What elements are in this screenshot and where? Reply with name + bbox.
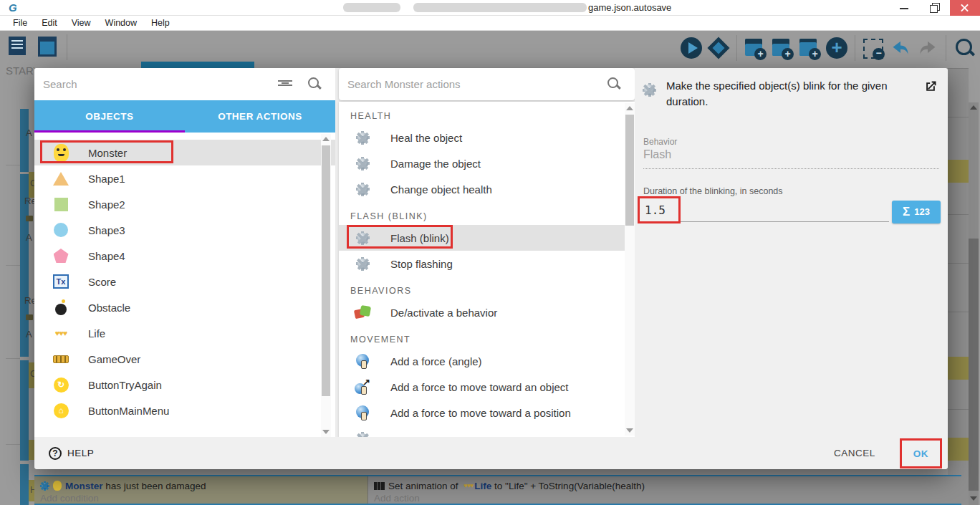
window-title: game.json.autosave bbox=[588, 2, 671, 13]
toolbar-separator bbox=[855, 35, 855, 61]
help-button[interactable]: ? HELP bbox=[49, 447, 94, 460]
events-sheet-icon[interactable] bbox=[7, 35, 30, 59]
condition-object-name: Monster bbox=[65, 481, 103, 491]
preview-play-icon[interactable] bbox=[680, 36, 703, 60]
action-search-bar bbox=[339, 68, 635, 100]
scroll-up-icon[interactable] bbox=[970, 105, 977, 110]
menu-edit[interactable]: Edit bbox=[34, 18, 64, 28]
condition-gear-icon bbox=[40, 481, 49, 491]
tab-other-actions[interactable]: OTHER ACTIONS bbox=[185, 100, 335, 133]
add-new-icon[interactable] bbox=[825, 36, 848, 60]
action-item-deactivate-behavior[interactable]: De/activate a behavior bbox=[339, 299, 635, 325]
action-item-stop-flashing[interactable]: Stop flashing bbox=[339, 251, 635, 276]
scroll-down-icon[interactable] bbox=[626, 428, 633, 433]
action-item-change-health[interactable]: Change object health bbox=[339, 176, 635, 202]
object-list-scrollbar[interactable] bbox=[321, 134, 331, 437]
search-icon[interactable] bbox=[308, 77, 321, 90]
scrollbar-thumb[interactable] bbox=[625, 115, 634, 226]
object-item-gameover[interactable]: GameOver bbox=[34, 346, 335, 372]
scroll-down-icon[interactable] bbox=[970, 496, 977, 501]
category-health: HEALTH bbox=[339, 102, 635, 125]
duration-field-label: Duration of the blinking, in seconds bbox=[643, 186, 948, 196]
active-tab-indicator bbox=[141, 62, 254, 68]
menu-view[interactable]: View bbox=[64, 18, 98, 28]
action-item-flash[interactable]: Flash (blink) bbox=[339, 225, 635, 251]
tab-objects[interactable]: OBJECTS bbox=[34, 100, 185, 133]
scene-editor-icon[interactable] bbox=[36, 35, 59, 59]
object-item-shape4[interactable]: Shape4 bbox=[34, 243, 335, 269]
object-item-score[interactable]: Tx Score bbox=[34, 269, 335, 294]
events-sheet-right-edge bbox=[947, 68, 980, 505]
add-action-link[interactable]: Add action bbox=[374, 492, 956, 505]
menu-bar: File Edit View Window Help bbox=[0, 16, 980, 31]
screen: G game.json.autosave File Edit View Wind… bbox=[0, 0, 980, 505]
undo-icon[interactable] bbox=[889, 36, 912, 60]
action-item-heal[interactable]: Heal the object bbox=[339, 125, 635, 150]
object-search-input[interactable] bbox=[43, 74, 272, 94]
add-event-icon[interactable] bbox=[744, 36, 767, 60]
category-flash: FLASH (BLINK) bbox=[339, 202, 635, 225]
scroll-up-icon[interactable] bbox=[322, 137, 330, 141]
scrollbar-thumb[interactable] bbox=[322, 145, 330, 396]
behavior-field-value: Flash bbox=[643, 148, 948, 161]
square-icon bbox=[54, 198, 68, 211]
expression-editor-button[interactable]: Σ 123 bbox=[892, 201, 941, 223]
close-icon[interactable] bbox=[950, 0, 980, 16]
home-button-icon: ⌂ bbox=[54, 403, 69, 418]
restore-icon[interactable] bbox=[920, 0, 950, 16]
triangle-icon bbox=[53, 172, 69, 186]
action-text-prefix: Set animation of bbox=[388, 481, 461, 491]
object-item-life[interactable]: ♥♥♥ Life bbox=[34, 320, 335, 346]
object-item-shape1[interactable]: Shape1 bbox=[34, 165, 335, 191]
cancel-button[interactable]: CANCEL bbox=[834, 448, 875, 458]
redo-icon[interactable] bbox=[916, 36, 939, 60]
add-condition-link[interactable]: Add condition bbox=[40, 492, 362, 505]
redacted-text bbox=[413, 3, 587, 12]
action-item-add-force-position[interactable]: Add a force to move toward a position bbox=[339, 400, 635, 425]
action-search-input[interactable] bbox=[347, 74, 577, 94]
minimize-icon[interactable] bbox=[890, 0, 920, 16]
action-description: Make the specified object(s) blink for t… bbox=[666, 78, 919, 110]
field-divider bbox=[643, 168, 939, 169]
action-item-partial[interactable] bbox=[339, 425, 635, 437]
duration-input[interactable] bbox=[643, 201, 889, 222]
category-movement: MOVEMENT bbox=[339, 325, 635, 348]
event-conditions-cell[interactable]: Monster has just been damaged Add condit… bbox=[34, 476, 368, 504]
start-event-label: START bbox=[6, 64, 34, 77]
menu-window[interactable]: Window bbox=[98, 18, 144, 28]
object-item-buttontryagain[interactable]: ↻ ButtonTryAgain bbox=[34, 372, 335, 398]
object-item-obstacle[interactable]: Obstacle bbox=[34, 294, 335, 320]
ok-button[interactable]: OK bbox=[913, 448, 928, 459]
add-subevent-icon[interactable] bbox=[771, 36, 794, 60]
object-item-monster[interactable]: Monster bbox=[34, 140, 335, 165]
sigma-icon: Σ bbox=[903, 205, 910, 219]
gear-icon bbox=[355, 182, 370, 197]
menu-help[interactable]: Help bbox=[144, 18, 177, 28]
action-editor-dialog: OBJECTS OTHER ACTIONS Monster Shape1 bbox=[34, 68, 948, 469]
search-events-icon[interactable] bbox=[953, 36, 976, 60]
action-item-add-force-object[interactable]: ↗ Add a force to move toward an object bbox=[339, 374, 635, 400]
open-in-new-icon[interactable] bbox=[923, 80, 938, 94]
search-icon[interactable] bbox=[607, 77, 620, 90]
object-item-shape2[interactable]: Shape2 bbox=[34, 191, 335, 217]
event-actions-cell[interactable]: Set animation of ♥♥♥ Life to "Life" + To… bbox=[368, 476, 961, 504]
action-list: HEALTH Heal the object Damage the object… bbox=[339, 102, 635, 437]
action-list-scrollbar[interactable] bbox=[625, 103, 635, 436]
question-icon: ? bbox=[49, 447, 62, 460]
menu-file[interactable]: File bbox=[6, 18, 34, 28]
object-item-buttonmainmenu[interactable]: ⌂ ButtonMainMenu bbox=[34, 398, 335, 423]
retry-button-icon: ↻ bbox=[54, 377, 69, 393]
debug-icon[interactable] bbox=[707, 36, 730, 60]
event-row: Monster has just been damaged Add condit… bbox=[34, 475, 961, 505]
gear-icon bbox=[355, 231, 370, 246]
action-item-damage[interactable]: Damage the object bbox=[339, 150, 635, 176]
add-comment-icon[interactable] bbox=[798, 36, 821, 60]
scroll-up-icon[interactable] bbox=[626, 106, 633, 110]
delete-event-icon[interactable] bbox=[862, 36, 885, 60]
object-chooser-column: OBJECTS OTHER ACTIONS Monster Shape1 bbox=[34, 68, 335, 437]
filter-icon[interactable] bbox=[278, 80, 292, 88]
scrollbar-thumb[interactable] bbox=[969, 239, 979, 491]
object-item-shape3[interactable]: Shape3 bbox=[34, 217, 335, 243]
action-item-add-force-angle[interactable]: Add a force (angle) bbox=[339, 348, 635, 374]
scroll-down-icon[interactable] bbox=[322, 430, 330, 434]
